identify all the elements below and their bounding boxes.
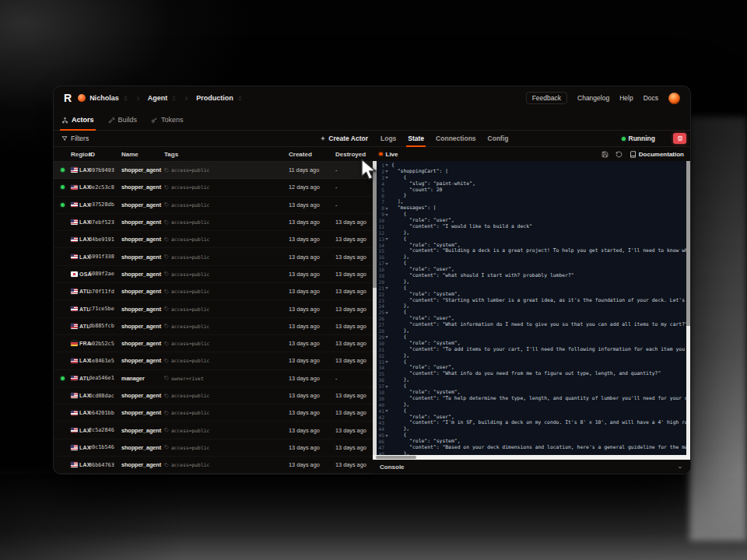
row-region-cell: LAX: [71, 184, 89, 190]
fold-caret-icon[interactable]: [384, 263, 389, 265]
fold-caret-icon[interactable]: [384, 287, 389, 289]
line-number: 5: [377, 187, 384, 194]
rivet-logo-icon[interactable]: R: [64, 93, 71, 103]
code-line: 6 }: [377, 193, 686, 199]
json-state-editor[interactable]: 1{2 "shoppingCart": [3 {4 "slug": "paint…: [373, 161, 690, 455]
row-id-cell: 0e2c53c8: [89, 184, 121, 191]
save-icon[interactable]: [601, 151, 608, 158]
fold-caret-icon[interactable]: [384, 177, 389, 179]
row-tags-cell: access=public: [164, 306, 289, 312]
row-name-cell: shopper_agent: [121, 392, 164, 399]
table-row[interactable]: LAX397b9493shopper_agentaccess=public11 …: [54, 162, 373, 179]
fold-caret-icon[interactable]: [384, 238, 389, 240]
row-name-cell: shopper_agent: [121, 219, 164, 226]
user-avatar[interactable]: [668, 93, 680, 104]
row-region-cell: ATL: [71, 289, 89, 294]
column-name[interactable]: Name: [121, 151, 164, 158]
tab-builds[interactable]: Builds: [108, 110, 138, 130]
row-destroyed-cell: 13 days ago: [335, 219, 373, 226]
changelog-link[interactable]: Changelog: [577, 94, 609, 102]
create-actor-button[interactable]: Create Actor: [320, 135, 368, 142]
table-row[interactable]: ATLc71ce5beshopper_agentaccess=public13 …: [54, 300, 373, 317]
row-region-cell: LAX: [71, 445, 89, 450]
table-row[interactable]: LAXe64201bbshopper_agentaccess=public13 …: [54, 404, 373, 422]
table-row[interactable]: LAX2c5a2846shopper_agentaccess=public13 …: [54, 422, 373, 439]
row-tags-cell: owner=rivet: [164, 376, 289, 381]
scrollbar-thumb[interactable]: [686, 161, 690, 326]
breadcrumb-workspace[interactable]: Nicholas: [78, 94, 128, 102]
chevrons-up-down-icon[interactable]: [171, 95, 177, 102]
table-row[interactable]: LAX1e8461e5shopper_agentaccess=public13 …: [54, 352, 373, 369]
tab-config[interactable]: Config: [488, 131, 509, 146]
editor-vertical-scrollbar[interactable]: [686, 161, 690, 455]
documentation-button[interactable]: Documentation: [630, 151, 684, 158]
code-line: 27 "content": "What information do I nee…: [377, 322, 686, 328]
table-row[interactable]: OSA6089f2aeshopper_agentaccess=public13 …: [54, 266, 373, 283]
row-tags-cell: access=public: [164, 202, 289, 208]
chevrons-up-down-icon[interactable]: [123, 95, 128, 102]
row-tags-cell: access=public: [164, 358, 289, 363]
fold-caret-icon[interactable]: [384, 312, 389, 314]
row-region-cell: FRA: [71, 341, 89, 346]
row-name-cell: shopper_agent: [121, 409, 164, 416]
line-number: 14: [377, 243, 384, 249]
column-created[interactable]: Created: [289, 151, 335, 158]
scrollbar-thumb[interactable]: [376, 456, 416, 459]
online-status-dot: [61, 376, 65, 380]
row-region-cell: LAX: [71, 167, 89, 173]
fold-caret-icon[interactable]: [384, 435, 389, 437]
line-number: 26: [377, 316, 384, 322]
destroy-actor-button[interactable]: [673, 133, 686, 144]
table-row[interactable]: LAX5991f338shopper_agentaccess=public13 …: [54, 248, 373, 265]
help-link[interactable]: Help: [619, 94, 633, 102]
column-id[interactable]: ID: [89, 151, 121, 158]
line-number: 13: [377, 236, 384, 243]
line-number: 23: [377, 298, 384, 304]
filters-button[interactable]: Filters: [61, 135, 89, 142]
table-row[interactable]: LAX0e2c53c8shopper_agentaccess=public12 …: [54, 179, 373, 196]
fold-caret-icon[interactable]: [384, 164, 389, 166]
tab-tokens[interactable]: Tokens: [151, 110, 184, 130]
table-row[interactable]: LAXdcd08dacshopper_agentaccess=public13 …: [54, 387, 373, 404]
fold-caret-icon[interactable]: [384, 170, 389, 173]
table-row[interactable]: ATLdea546e1managerowner=rivet13 days ago…: [54, 370, 373, 387]
code-line: 23 "content": "Starting with lumber is a…: [377, 298, 686, 304]
table-row[interactable]: LAXe37528dbshopper_agentaccess=public13 …: [54, 197, 373, 214]
row-region-cell: ATL: [71, 324, 89, 329]
table-row[interactable]: LAX36b64763shopper_agentaccess=public13 …: [54, 457, 373, 474]
fold-caret-icon[interactable]: [384, 361, 389, 363]
table-row[interactable]: LAXd4be9191shopper_agentaccess=public13 …: [54, 231, 373, 248]
table-row[interactable]: LAX07ebf523shopper_agentaccess=public13 …: [54, 214, 373, 231]
tag-label: access=public: [171, 410, 209, 415]
row-destroyed-cell: 13 days ago: [335, 427, 373, 434]
fold-caret-icon[interactable]: [384, 386, 389, 388]
scrollbar-thumb[interactable]: [373, 170, 377, 287]
chevron-down-icon[interactable]: [677, 464, 683, 471]
breadcrumb-project[interactable]: Agent: [148, 94, 177, 102]
feedback-button[interactable]: Feedback: [526, 92, 567, 104]
column-region[interactable]: Region: [71, 151, 89, 158]
fold-caret-icon[interactable]: [384, 214, 389, 216]
table-row[interactable]: LAXe0c1b546shopper_agentaccess=public13 …: [54, 439, 373, 457]
table-row[interactable]: ATLdb885fcbshopper_agentaccess=public13 …: [54, 318, 373, 335]
tab-state[interactable]: State: [408, 131, 424, 146]
fold-caret-icon[interactable]: [384, 336, 389, 338]
tab-logs[interactable]: Logs: [381, 131, 396, 146]
undo-icon[interactable]: [615, 151, 622, 158]
breadcrumb-environment[interactable]: Production: [196, 94, 243, 102]
table-vertical-scrollbar[interactable]: [373, 161, 377, 455]
tag-icon: [164, 376, 169, 380]
tab-actors[interactable]: Actors: [61, 110, 94, 130]
nav-tabs: Actors Builds Tokens: [54, 110, 690, 131]
column-tags[interactable]: Tags: [164, 151, 289, 158]
docs-link[interactable]: Docs: [644, 94, 658, 102]
workspace-name: Nicholas: [89, 94, 119, 102]
table-row[interactable]: ATLb70f11fdshopper_agentaccess=public13 …: [54, 283, 373, 300]
fold-caret-icon[interactable]: [384, 208, 389, 210]
chevrons-up-down-icon[interactable]: [237, 95, 243, 102]
fold-caret-icon[interactable]: [384, 410, 389, 412]
console-bar[interactable]: Console: [373, 460, 690, 474]
column-destroyed[interactable]: Destroyed: [335, 151, 373, 158]
tab-connections[interactable]: Connections: [436, 131, 475, 146]
table-row[interactable]: FRAa02b52c5shopper_agentaccess=public13 …: [54, 335, 373, 352]
